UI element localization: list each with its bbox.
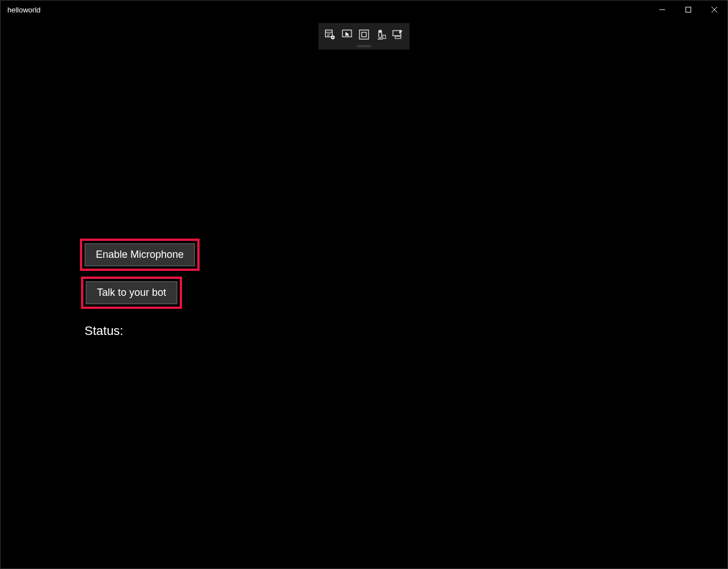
window-controls [649,1,727,19]
svg-rect-17 [383,35,386,39]
track-focused-element-button[interactable] [373,28,389,41]
highlight-talk-to-bot: Talk to your bot [81,277,182,309]
window-titlebar: helloworld [1,1,727,19]
enable-selection-icon [342,29,352,40]
display-layout-adorners-button[interactable] [356,28,372,41]
svg-rect-13 [362,32,366,37]
close-button[interactable] [701,1,727,19]
maximize-icon [685,7,691,12]
svg-point-15 [379,31,381,33]
svg-rect-19 [395,36,401,39]
talk-to-bot-button[interactable]: Talk to your bot [86,281,177,304]
go-to-live-visual-tree-button[interactable] [322,28,338,41]
maximize-button[interactable] [675,1,701,19]
track-focused-element-icon [376,29,386,40]
status-label: Status: [84,324,200,338]
window-title: helloworld [7,6,41,14]
go-to-live-visual-tree-icon [325,29,335,40]
minimize-icon [659,7,665,12]
hot-reload-button[interactable] [390,28,406,41]
svg-rect-12 [359,30,369,39]
enable-microphone-button[interactable]: Enable Microphone [84,243,195,266]
svg-rect-1 [686,7,691,12]
main-content: Enable Microphone Talk to your bot Statu… [80,239,200,338]
highlight-enable-microphone: Enable Microphone [80,239,200,271]
minimize-button[interactable] [649,1,675,19]
hot-reload-icon [392,29,404,40]
display-layout-adorners-icon [359,29,369,40]
enable-selection-button[interactable] [339,28,355,41]
toolbar-drag-handle[interactable] [357,45,371,47]
xaml-debug-toolbar[interactable] [318,23,410,50]
close-icon [712,7,717,12]
